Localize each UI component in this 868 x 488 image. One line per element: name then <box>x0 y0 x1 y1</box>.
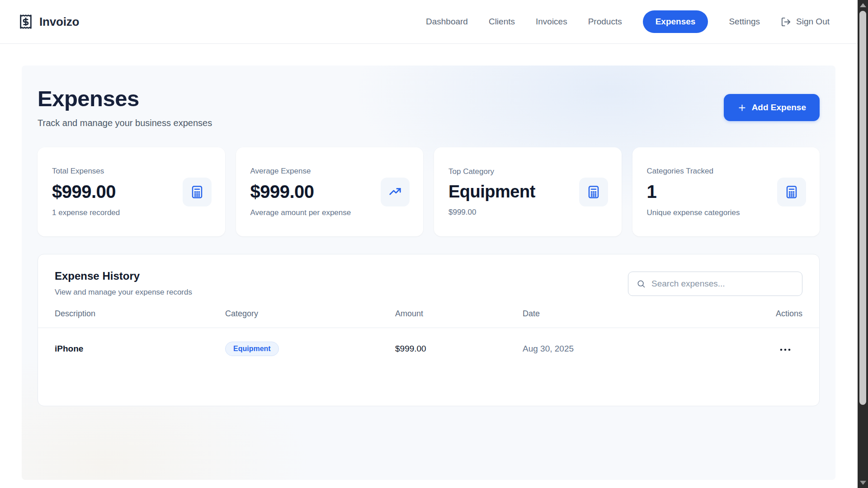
nav-item-settings[interactable]: Settings <box>729 17 760 27</box>
calculator-icon <box>579 178 608 206</box>
scrollbar-thumb[interactable] <box>859 11 866 405</box>
stat-card-categories-tracked: Categories Tracked 1 Unique expense cate… <box>632 147 820 236</box>
sign-out-button[interactable]: Sign Out <box>781 17 830 27</box>
stat-card-total-expenses: Total Expenses $999.00 1 expense recorde… <box>38 147 225 236</box>
ellipsis-icon <box>780 348 791 351</box>
vertical-scrollbar[interactable] <box>858 0 868 488</box>
table-header: Description Category Amount Date Actions <box>38 309 819 328</box>
log-out-icon <box>781 17 791 27</box>
nav-item-clients[interactable]: Clients <box>489 17 515 27</box>
nav-links: Dashboard Clients Invoices Products Expe… <box>426 10 830 33</box>
plus-icon <box>737 103 747 113</box>
stat-card-average-expense: Average Expense $999.00 Average amount p… <box>236 147 424 236</box>
trending-up-icon <box>381 178 410 206</box>
nav-item-expenses-active[interactable]: Expenses <box>643 10 708 33</box>
expense-category-cell: Equipment <box>225 342 395 356</box>
stat-label: Average Expense <box>250 167 409 176</box>
expense-history-card: Expense History View and manage your exp… <box>38 254 820 406</box>
stat-card-top-category: Top Category Equipment $999.00 <box>434 147 622 236</box>
expense-history-header: Expense History View and manage your exp… <box>38 254 819 297</box>
column-header-category: Category <box>225 309 395 319</box>
expense-description: iPhone <box>55 344 225 354</box>
top-nav: Invoizo Dashboard Clients Invoices Produ… <box>0 0 858 44</box>
row-actions-menu-button[interactable] <box>778 343 793 355</box>
brand-logo: Invoizo <box>18 14 79 29</box>
nav-item-invoices[interactable]: Invoices <box>536 17 567 27</box>
stat-sub: 1 expense recorded <box>52 208 211 217</box>
column-header-description: Description <box>55 309 225 319</box>
stat-label: Total Expenses <box>52 167 211 176</box>
nav-item-dashboard[interactable]: Dashboard <box>426 17 468 27</box>
table-row: iPhone Equipment $999.00 Aug 30, 2025 <box>38 328 819 370</box>
expense-history-titles: Expense History View and manage your exp… <box>55 270 192 297</box>
stat-sub: $999.00 <box>448 208 607 217</box>
main-panel: Expenses Track and manage your business … <box>22 66 835 480</box>
sign-out-label: Sign Out <box>796 17 830 27</box>
nav-item-products[interactable]: Products <box>588 17 622 27</box>
section-subtitle: View and manage your expense records <box>55 288 192 297</box>
stat-label: Categories Tracked <box>647 167 806 176</box>
category-badge: Equipment <box>225 342 279 356</box>
stat-sub: Unique expense categories <box>647 208 806 217</box>
expense-actions-cell <box>744 343 802 355</box>
scrollbar-down-arrow-icon[interactable] <box>860 481 866 485</box>
page-title: Expenses <box>38 86 212 111</box>
search-icon <box>637 279 646 288</box>
column-header-actions: Actions <box>744 309 802 319</box>
expense-date: Aug 30, 2025 <box>523 344 744 354</box>
scrollbar-up-arrow-icon[interactable] <box>860 3 866 7</box>
calculator-icon <box>183 178 212 206</box>
stat-label: Top Category <box>448 167 607 176</box>
expense-amount: $999.00 <box>395 344 523 354</box>
page-header: Expenses Track and manage your business … <box>38 86 820 128</box>
calculator-icon <box>777 178 806 206</box>
stats-row: Total Expenses $999.00 1 expense recorde… <box>38 147 820 236</box>
column-header-amount: Amount <box>395 309 523 319</box>
add-expense-button[interactable]: Add Expense <box>724 94 820 121</box>
receipt-dollar-icon <box>18 14 33 29</box>
section-title: Expense History <box>55 270 192 282</box>
page-header-text: Expenses Track and manage your business … <box>38 86 212 128</box>
stat-sub: Average amount per expense <box>250 208 409 217</box>
page: Invoizo Dashboard Clients Invoices Produ… <box>0 0 858 488</box>
add-expense-label: Add Expense <box>752 103 806 113</box>
column-header-date: Date <box>523 309 744 319</box>
page-subtitle: Track and manage your business expenses <box>38 118 212 128</box>
search-box[interactable] <box>628 272 802 296</box>
brand-name: Invoizo <box>39 15 79 29</box>
search-input[interactable] <box>651 279 794 289</box>
